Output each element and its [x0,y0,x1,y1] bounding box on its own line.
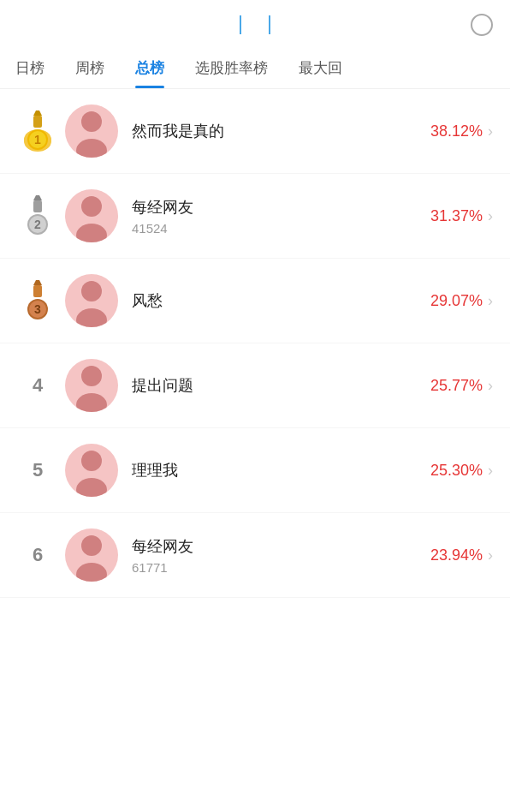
help-icon[interactable] [471,14,493,36]
rank-badge-5: 5 [17,459,58,481]
svg-point-21 [81,281,102,302]
user-info: 理理我 [132,460,430,481]
user-info: 每经网友41524 [132,197,430,236]
user-name: 每经网友 [132,197,430,218]
user-info: 提出问题 [132,375,430,396]
ranking-list: 1 然而我是真的38.12%› 2 每经网友4152431.37%› 3 风愁2… [0,89,510,598]
svg-text:1: 1 [34,133,41,146]
user-name: 每经网友 [132,536,430,557]
tab-total[interactable]: 总榜 [120,50,180,88]
rate-value: 29.07% [430,292,483,310]
user-name: 然而我是真的 [132,121,430,141]
svg-text:2: 2 [34,218,41,231]
user-info: 然而我是真的 [132,121,430,141]
rank-badge-2: 2 [17,195,58,236]
svg-point-28 [76,563,107,582]
svg-point-7 [81,111,102,132]
avatar [65,444,118,497]
rank-badge-1: 1 [17,110,58,152]
user-name: 提出问题 [132,375,430,396]
chevron-right-icon: › [488,462,493,480]
ranking-item-3[interactable]: 3 风愁29.07%› [0,259,510,343]
return-rate: 25.30%› [430,462,493,480]
return-rate: 25.77%› [430,377,493,395]
chevron-right-icon: › [488,377,493,395]
rate-value: 23.94% [430,546,483,564]
user-name: 风愁 [132,290,430,311]
avatar [65,104,118,158]
tab-max_return[interactable]: 最大回 [283,50,358,88]
rank-badge-6: 6 [17,544,58,566]
return-rate: 31.37%› [430,207,493,225]
rank-badge-4: 4 [17,374,58,397]
svg-rect-19 [33,285,42,297]
header-divider-left [240,15,241,34]
avatar [65,274,118,327]
svg-point-22 [76,308,107,327]
tabs-bar: 日榜周榜总榜选股胜率榜最大回 [0,43,510,89]
avatar [65,528,118,582]
rank-number: 6 [33,544,43,566]
svg-text:3: 3 [34,302,41,316]
svg-point-26 [76,478,107,497]
header-divider-right [269,15,270,34]
tab-daily[interactable]: 日榜 [0,50,60,88]
tab-win_rate[interactable]: 选股胜率榜 [180,50,283,88]
svg-marker-20 [33,280,42,285]
rate-value: 31.37% [430,207,483,225]
return-rate: 23.94%› [430,546,493,564]
svg-rect-5 [33,116,42,128]
rank-number: 4 [33,374,43,397]
rank-badge-3: 3 [17,280,58,321]
user-id: 41524 [132,221,430,236]
svg-point-24 [76,393,107,412]
ranking-item-5[interactable]: 5 理理我25.30%› [0,428,510,513]
avatar [65,359,118,412]
svg-point-23 [81,366,102,386]
user-name: 理理我 [132,460,430,481]
user-info: 风愁 [132,290,430,311]
rate-value: 38.12% [430,122,483,140]
svg-marker-13 [33,195,42,200]
svg-point-14 [81,196,102,217]
ranking-item-6[interactable]: 6 每经网友6177123.94%› [0,513,510,598]
user-info: 每经网友61771 [132,536,430,575]
ranking-item-4[interactable]: 4 提出问题25.77%› [0,343,510,428]
svg-point-25 [81,451,102,471]
chevron-right-icon: › [488,292,493,310]
rate-value: 25.77% [430,377,483,395]
svg-rect-12 [33,200,42,212]
chevron-right-icon: › [488,122,493,140]
ranking-item-2[interactable]: 2 每经网友4152431.37%› [0,174,510,259]
svg-point-15 [76,224,107,242]
ranking-item-1[interactable]: 1 然而我是真的38.12%› [0,89,510,174]
svg-marker-6 [33,110,42,116]
return-rate: 29.07%› [430,292,493,310]
avatar [65,189,118,242]
chevron-right-icon: › [488,207,493,225]
rank-number: 5 [33,459,43,481]
tab-weekly[interactable]: 周榜 [60,50,120,88]
svg-point-27 [81,535,102,556]
svg-point-8 [76,139,107,158]
return-rate: 38.12%› [430,122,493,140]
user-id: 61771 [132,560,430,575]
chevron-right-icon: › [488,546,493,564]
rate-value: 25.30% [430,462,483,480]
header [0,0,510,43]
